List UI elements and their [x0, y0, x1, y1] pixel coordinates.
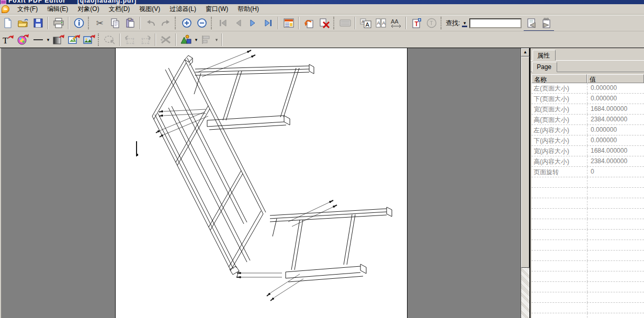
document-canvas[interactable] — [0, 48, 521, 318]
add-shading-button[interactable] — [51, 32, 66, 47]
menu-document[interactable]: 文档(D) — [104, 4, 135, 15]
align-objects-button[interactable] — [199, 32, 214, 47]
toolbar-drag-handle[interactable] — [98, 33, 99, 46]
last-page-button[interactable] — [261, 16, 276, 30]
property-value[interactable]: 0.000000 — [587, 125, 644, 135]
scrollbar-up-arrow[interactable]: ▲ — [521, 48, 529, 56]
toolbar-drag-handle[interactable] — [440, 17, 442, 29]
property-value[interactable]: 1684.000000 — [587, 104, 644, 114]
save-button[interactable] — [30, 16, 46, 30]
menu-help[interactable]: 帮助(H) — [233, 4, 264, 15]
property-value[interactable]: 0.000000 — [587, 83, 644, 93]
keyboard-button[interactable] — [337, 16, 353, 30]
font-replace-button[interactable]: AA — [358, 16, 373, 30]
cut-button[interactable]: ✂ — [92, 16, 107, 30]
page-layout-button[interactable] — [281, 16, 296, 30]
add-text-object-button[interactable]: T — [0, 32, 15, 47]
property-row[interactable]: 高(页面大小)2384.000000 — [532, 115, 644, 125]
property-value[interactable]: 2384.000000 — [587, 115, 644, 124]
print-button[interactable] — [51, 16, 66, 30]
text-tool-button[interactable]: T — [424, 16, 439, 30]
property-row[interactable]: 下(页面大小)0.000000 — [532, 94, 644, 104]
property-name: 高(页面大小) — [532, 115, 587, 124]
undo-icon — [145, 19, 156, 27]
font-pair-button[interactable]: AA — [373, 16, 388, 30]
app-icon — [1, 0, 6, 4]
open-button[interactable] — [15, 16, 30, 30]
grid-header: 名称 值 — [532, 74, 644, 83]
delete-object-button[interactable] — [158, 32, 173, 47]
toolbar-drag-handle[interactable] — [88, 17, 89, 29]
edit-image-button[interactable] — [66, 32, 81, 47]
line-style-button[interactable] — [30, 32, 46, 47]
menu-edit[interactable]: 编辑(E) — [42, 4, 73, 15]
toolbar-drag-handle[interactable] — [333, 17, 335, 29]
property-row[interactable]: 左(页面大小)0.000000 — [532, 83, 644, 94]
scrollbar-track[interactable] — [521, 268, 529, 318]
property-row[interactable]: 宽(内容大小)1684.000000 — [532, 146, 644, 156]
copy-button[interactable] — [107, 16, 122, 30]
column-header-name: 名称 — [532, 74, 587, 83]
property-value[interactable]: 1684.000000 — [587, 146, 644, 156]
property-value[interactable]: 0.000000 — [587, 94, 644, 104]
previous-page-button[interactable] — [230, 16, 245, 30]
separator — [119, 33, 120, 46]
rotate-object-left-button[interactable] — [122, 32, 138, 47]
property-value[interactable]: 0 — [587, 167, 644, 177]
font-spacing-button[interactable]: AA — [388, 16, 403, 30]
tab-properties[interactable]: 属性 — [533, 50, 556, 61]
insert-shapes-dropdown-arrow[interactable]: ▾ — [194, 37, 199, 42]
new-document-button[interactable] — [0, 16, 15, 30]
zoom-out-button[interactable] — [194, 16, 209, 30]
menu-window[interactable]: 窗口(W) — [201, 4, 233, 15]
property-row[interactable]: 高(内容大小)2384.000000 — [532, 156, 644, 167]
select-object-button[interactable] — [102, 32, 117, 47]
insert-shapes-button[interactable] — [178, 32, 194, 47]
add-image-button[interactable] — [81, 32, 96, 47]
rotate-object-right-button[interactable] — [138, 32, 153, 47]
add-text-button[interactable]: T — [409, 16, 424, 30]
menu-filter[interactable]: 过滤器(L) — [165, 4, 201, 15]
undo-button[interactable] — [143, 16, 158, 30]
delete-page-button[interactable] — [317, 16, 332, 30]
find-input[interactable] — [469, 18, 522, 28]
property-value[interactable]: 2384.000000 — [587, 156, 644, 166]
add-color-object-button[interactable] — [15, 32, 30, 47]
tab-page[interactable]: Page — [532, 62, 557, 72]
vertical-scrollbar[interactable]: ▲ — [521, 48, 529, 318]
property-row[interactable]: 页面旋转0 — [532, 167, 644, 177]
print-icon — [53, 18, 64, 28]
document-menu-icon[interactable] — [2, 5, 9, 13]
find-next-button[interactable] — [539, 16, 554, 30]
find-previous-button[interactable] — [524, 16, 539, 30]
menu-file[interactable]: 文件(F) — [13, 4, 42, 15]
document-info-button[interactable] — [71, 16, 86, 30]
next-page-button[interactable] — [245, 16, 261, 30]
pdf-page[interactable] — [115, 48, 408, 318]
separator — [278, 17, 279, 29]
font-replace-icon: AA — [360, 18, 371, 28]
toolbar-drag-handle[interactable] — [175, 17, 176, 29]
scrollbar-thumb[interactable] — [521, 56, 529, 268]
find-dropdown-arrow[interactable]: ▾ — [462, 20, 467, 26]
property-row[interactable]: 宽(页面大小)1684.000000 — [532, 104, 644, 115]
separator — [355, 17, 356, 29]
zoom-in-button[interactable] — [179, 16, 194, 30]
redo-button[interactable] — [158, 16, 173, 30]
rotate-page-button[interactable] — [301, 16, 317, 30]
page-layout-icon — [284, 18, 294, 28]
align-objects-dropdown-arrow[interactable]: ▾ — [214, 37, 219, 42]
line-style-dropdown-arrow[interactable]: ▾ — [46, 37, 51, 42]
property-value[interactable]: 0.000000 — [587, 135, 644, 145]
zoom-in-icon — [182, 18, 192, 28]
toolbar-drag-handle[interactable] — [211, 17, 212, 29]
menu-view[interactable]: 视图(V) — [134, 4, 165, 15]
menu-object[interactable]: 对象(O) — [73, 4, 104, 15]
rotate-object-right-icon — [139, 34, 152, 46]
first-page-button[interactable] — [215, 16, 230, 30]
property-row[interactable]: 左(内容大小)0.000000 — [532, 125, 644, 135]
property-name: 高(内容大小) — [532, 156, 587, 166]
paste-button[interactable] — [122, 16, 138, 30]
property-row[interactable]: 下(内容大小)0.000000 — [532, 135, 644, 146]
add-color-object-icon — [17, 34, 29, 46]
